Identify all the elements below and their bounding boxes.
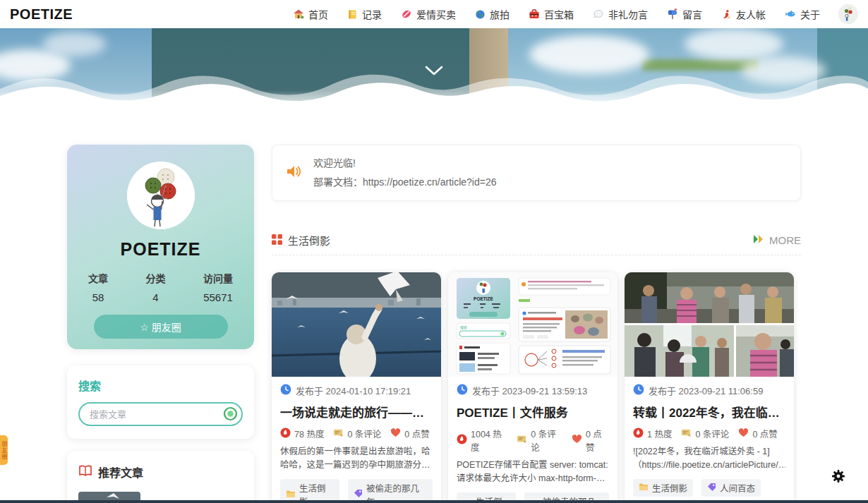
nav-item-no-rude-words[interactable]: 非礼勿言: [593, 7, 648, 21]
comment-icon: [681, 428, 692, 440]
article-excerpt: 休假后的第一件事就是出去旅游啦，哈哈哈，这是一篇迟到的孕中期旅游分享贴…: [280, 445, 433, 473]
comment-icon: [333, 428, 344, 440]
article-title[interactable]: 一场说走就走的旅行——…: [280, 403, 433, 420]
nav-item-toolbox[interactable]: 百宝箱: [529, 7, 574, 21]
article-title[interactable]: 转载丨2022年冬，我在临…: [633, 403, 785, 420]
main-column: 欢迎光临! 部署文档：https://poetize.cn/article?id…: [272, 145, 801, 503]
hero-banner: [0, 28, 868, 114]
nav-label: 记录: [362, 7, 382, 21]
svg-text:搜索: 搜索: [460, 325, 467, 330]
avatar-illustration: [838, 4, 858, 24]
fish-icon: [785, 8, 796, 20]
profile-stats: 文章 58 分类 4 访问量 55671: [67, 271, 254, 303]
more-label: MORE: [769, 234, 801, 246]
article-card-2: POETIZE 搜索: [448, 272, 617, 503]
profile-avatar[interactable]: [127, 162, 195, 229]
topic-tag[interactable]: 人间百态: [701, 479, 761, 497]
folder-icon: [286, 490, 296, 500]
heat-icon: [457, 434, 467, 447]
publish-date: 发布于 2023-09-21 13:59:13: [472, 384, 587, 397]
article-excerpt: ![2022年冬，我在临沂城送外卖 - 1]（https://file.poet…: [633, 445, 785, 473]
home-icon: [293, 8, 304, 20]
top-navigation-bar: POETIZE 首页 记录 爱情买卖 旅拍 百宝箱 非礼勿言 留言: [0, 0, 868, 28]
clock-icon: [280, 384, 291, 397]
page-bottom-divider: [0, 500, 868, 503]
search-submit-icon[interactable]: [223, 406, 238, 421]
announcement-card: 欢迎光临! 部署文档：https://poetize.cn/article?id…: [272, 145, 801, 201]
heat-count: 1 热度: [647, 427, 672, 440]
avatar-illustration: [127, 162, 195, 229]
toolbox-icon: [529, 8, 540, 20]
open-book-icon: [78, 465, 92, 480]
site-logo[interactable]: POETIZE: [10, 6, 73, 23]
heat-count: 1004 热度: [471, 427, 508, 454]
stat-articles: 文章 58: [88, 271, 108, 303]
nav-label: 非礼勿言: [608, 7, 648, 21]
article-title[interactable]: POETIZE丨文件服务: [457, 403, 609, 420]
search-input[interactable]: [78, 402, 243, 426]
publish-date: 发布于 2023-09-21 11:06:59: [649, 384, 763, 397]
nav-item-records[interactable]: 记录: [347, 7, 382, 21]
nav-item-travel[interactable]: 旅拍: [475, 7, 510, 21]
article-1-cover-image[interactable]: [272, 272, 441, 377]
profile-name: POETIZE: [121, 239, 201, 260]
scroll-down-chevron-icon[interactable]: [424, 65, 444, 79]
article-excerpt: POETIZE存储平台配置 server: tomcat: 请求体最大允许大小 …: [457, 459, 609, 486]
section-title-text: 生活倒影: [288, 233, 330, 248]
publish-date: 发布于 2024-01-10 17:19:21: [296, 384, 411, 397]
article-2-cover-image[interactable]: POETIZE 搜索: [448, 272, 617, 377]
announcement-line-2[interactable]: 部署文档：https://poetize.cn/article?id=26: [313, 173, 497, 192]
nav-item-about[interactable]: 关于: [785, 7, 820, 21]
friends-circle-side-tab[interactable]: 朋友圈: [0, 435, 8, 465]
settings-gear-icon[interactable]: [831, 469, 845, 486]
user-avatar[interactable]: [838, 4, 858, 24]
nav-label: 旅拍: [490, 7, 510, 21]
speech-bubble-icon: [593, 8, 604, 20]
profile-card: POETIZE 文章 58 分类 4 访问量 55671 ☆ 朋友圈: [67, 145, 254, 349]
article-card-1: 发布于 2024-01-10 17:19:21 一场说走就走的旅行——… 78 …: [272, 272, 441, 503]
search-card: 搜索: [67, 365, 254, 439]
heat-count: 78 热度: [294, 427, 324, 440]
nav-label: 百宝箱: [544, 7, 574, 21]
clock-icon: [457, 384, 468, 397]
section-header: 生活倒影 MORE: [272, 233, 801, 255]
nav-item-friends[interactable]: 友人帐: [721, 7, 766, 21]
article-card-3: 发布于 2023-09-21 11:06:59 转载丨2022年冬，我在临… 1…: [625, 272, 794, 503]
recommended-articles-card: 推荐文章 一场说走就走的旅…: [67, 451, 254, 503]
heart-icon: [738, 428, 749, 440]
kiss-icon: [401, 8, 412, 20]
like-count: 0 点赞: [752, 427, 777, 440]
dancer-icon: [721, 9, 732, 20]
category-tag[interactable]: 生活倒影: [280, 479, 339, 503]
heat-icon: [633, 428, 644, 440]
heart-icon: [390, 428, 401, 440]
recommended-title: 推荐文章: [98, 463, 143, 480]
heart-icon: [572, 435, 582, 446]
nav-item-love[interactable]: 爱情买卖: [401, 7, 456, 21]
nav-label: 友人帐: [736, 7, 766, 21]
category-tag[interactable]: 生活倒影: [633, 479, 693, 497]
globe-icon: [475, 9, 486, 20]
announcement-line-1: 欢迎光临!: [313, 154, 497, 173]
double-chevron-icon: [752, 234, 765, 246]
article-3-cover-image[interactable]: [625, 272, 794, 377]
nav-label: 爱情买卖: [416, 7, 456, 21]
friends-circle-button[interactable]: ☆ 朋友圈: [94, 315, 228, 339]
topic-tag[interactable]: 被偷走的那几年: [348, 479, 433, 503]
comment-count: 0 条评论: [695, 427, 729, 440]
main-nav: 首页 记录 爱情买卖 旅拍 百宝箱 非礼勿言 留言 友人帐: [293, 7, 820, 21]
mailbox-icon: [667, 8, 678, 20]
more-link[interactable]: MORE: [752, 234, 801, 246]
nav-item-home[interactable]: 首页: [293, 7, 328, 21]
sidebar: POETIZE 文章 58 分类 4 访问量 55671 ☆ 朋友圈 搜索: [67, 145, 254, 503]
stat-categories: 分类 4: [146, 271, 166, 303]
grid-icon: [272, 234, 282, 247]
content-area: POETIZE 文章 58 分类 4 访问量 55671 ☆ 朋友圈 搜索: [67, 145, 801, 503]
nav-item-message-board[interactable]: 留言: [667, 7, 702, 21]
heat-icon: [280, 428, 291, 440]
notebook-icon: [347, 9, 358, 20]
folder-icon: [639, 483, 649, 493]
label-icon: [354, 489, 363, 500]
nav-label: 留言: [682, 7, 702, 21]
comment-icon: [517, 435, 527, 446]
